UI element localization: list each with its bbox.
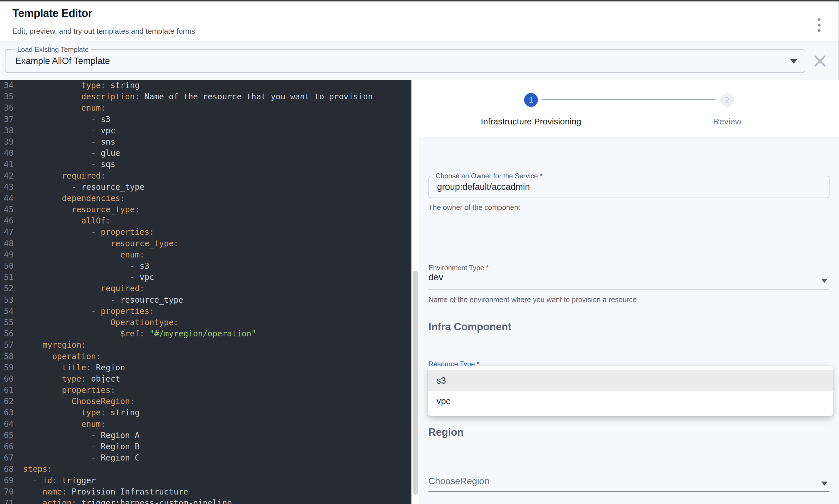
code-line: 43 - resource_type	[0, 181, 411, 193]
code-line: 70 name: Provision Infrastructure	[0, 486, 411, 497]
code-line: 39 - sns	[0, 136, 411, 147]
load-template-section: Load Existing Template Example AllOf Tem…	[0, 42, 839, 80]
code-line: 35 description: Name of the resource tha…	[0, 91, 411, 102]
step-1-indicator[interactable]: 1	[524, 93, 538, 107]
infra-component-heading: Infra Component	[428, 321, 512, 333]
environment-type-underline	[428, 289, 829, 289]
step-1-number: 1	[529, 96, 533, 105]
step-2-label: Review	[684, 116, 770, 126]
owner-input[interactable]: Choose an Owner for the Service * group:…	[428, 176, 829, 198]
code-line: 62 ChooseRegion:	[0, 396, 411, 407]
resource-type-option-vpc[interactable]: vpc	[428, 391, 833, 411]
chevron-down-icon	[821, 279, 827, 283]
code-line: 50 - s3	[0, 260, 411, 272]
code-line: 59 title: Region	[0, 362, 411, 373]
environment-type-select[interactable]: dev	[428, 272, 443, 283]
code-line: 51 - vpc	[0, 272, 411, 283]
code-line: 48 resource_type:	[0, 238, 411, 249]
form-preview-panel: 1 2 Infrastructure Provisioning Review C…	[419, 80, 839, 504]
page-title: Template Editor	[12, 7, 92, 20]
code-line: 45 resource_type:	[0, 204, 411, 215]
code-line: 68steps:	[0, 463, 411, 475]
step-1-label: Infrastructure Provisioning	[445, 116, 618, 126]
code-line: 66 - Region B	[0, 441, 411, 452]
code-line: 61 properties:	[0, 384, 411, 396]
code-line: 40 - glue	[0, 147, 411, 159]
kebab-dot-icon	[818, 18, 821, 21]
kebab-dot-icon	[818, 29, 821, 32]
stepper-connector-line	[542, 100, 715, 100]
code-line: 63 type: string	[0, 407, 411, 418]
code-line: 41 - sqs	[0, 159, 411, 170]
environment-type-label: Environment Type *	[428, 264, 489, 272]
code-line: 34 type: string	[0, 80, 411, 91]
resource-type-option-s3[interactable]: s3	[428, 371, 833, 391]
code-line: 46 allOf:	[0, 215, 411, 227]
chevron-down-icon	[790, 59, 797, 64]
code-line: 38 - vpc	[0, 125, 411, 136]
code-line: 42 required:	[0, 170, 411, 181]
form-area: Choose an Owner for the Service * group:…	[419, 137, 839, 504]
code-line: 47 - properties:	[0, 227, 411, 238]
template-editor-page: Template Editor Edit, preview, and try o…	[0, 0, 839, 504]
load-template-value: Example AllOf Template	[15, 50, 110, 72]
choose-region-underline	[428, 491, 829, 492]
load-existing-template-select[interactable]: Load Existing Template Example AllOf Tem…	[5, 49, 805, 73]
close-icon	[813, 54, 827, 69]
owner-helper-text: The owner of the component	[428, 203, 520, 212]
code-line: 37 - s3	[0, 114, 411, 125]
code-line: 56 $ref: "#/myregion/operation"	[0, 328, 411, 339]
clear-template-button[interactable]	[813, 54, 827, 69]
wizard-stepper: 1 2 Infrastructure Provisioning Review	[419, 80, 839, 137]
code-line: 54 - properties:	[0, 306, 411, 317]
code-line: 67 - Region C	[0, 452, 411, 463]
code-line: 49 enum:	[0, 249, 411, 260]
code-line: 55 Operationtype:	[0, 317, 411, 328]
region-heading: Region	[428, 426, 464, 438]
scrollbar-track	[411, 80, 419, 504]
code-line: 57 myregion:	[0, 339, 411, 350]
scrollbar-thumb[interactable]	[413, 271, 418, 495]
code-line: 58 operation:	[0, 351, 411, 362]
code-line: 60 type: object	[0, 373, 411, 384]
code-line: 44 dependencies:	[0, 193, 411, 204]
kebab-dot-icon	[818, 24, 821, 26]
step-2-indicator[interactable]: 2	[720, 93, 734, 107]
page-subtitle: Edit, preview, and try out templates and…	[12, 27, 195, 36]
chevron-down-icon	[821, 482, 827, 486]
step-2-number: 2	[725, 96, 729, 105]
code-line: 52 required:	[0, 283, 411, 294]
more-options-button[interactable]	[813, 16, 826, 34]
code-lines: 34 type: string35 description: Name of t…	[0, 80, 411, 504]
page-header: Template Editor Edit, preview, and try o…	[0, 1, 839, 42]
code-line: 36 enum:	[0, 102, 411, 113]
code-line: 69 - id: trigger	[0, 475, 411, 486]
code-line: 53 - resource_type	[0, 294, 411, 306]
resource-type-dropdown-menu: s3vpc	[428, 366, 833, 416]
yaml-code-editor[interactable]: 34 type: string35 description: Name of t…	[0, 80, 411, 504]
code-line: 71 action: trigger:harness-custom-pipeli…	[0, 497, 411, 504]
choose-region-select[interactable]: ChooseRegion	[428, 476, 489, 486]
code-line: 65 - Region A	[0, 430, 411, 441]
code-line: 64 enum:	[0, 418, 411, 430]
owner-value: group:default/accadmin	[437, 176, 530, 198]
environment-helper-text: Name of the environment where you want t…	[428, 295, 637, 304]
